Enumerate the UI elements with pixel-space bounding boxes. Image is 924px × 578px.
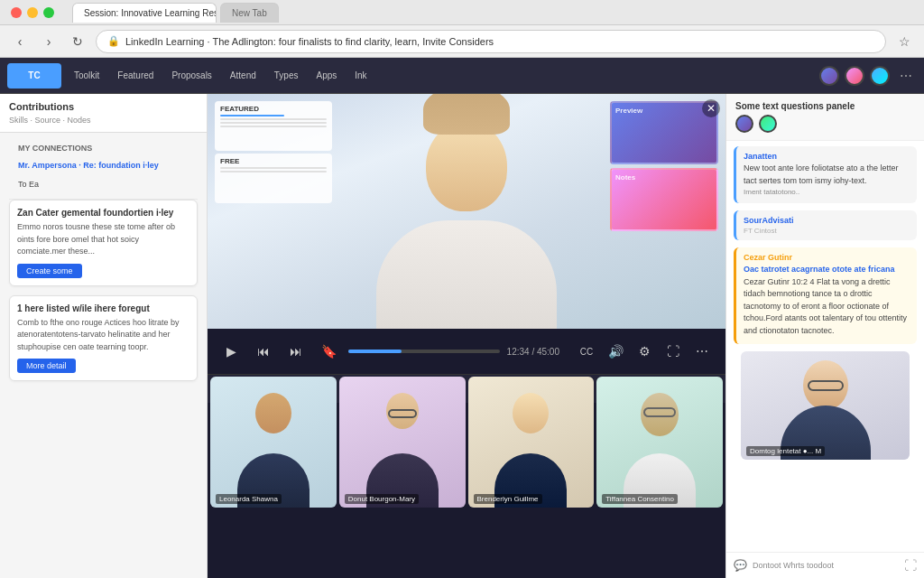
chat-sender-2: SourAdvisati	[744, 216, 910, 225]
participant-name-3: Brenderlyn Guillme	[474, 494, 542, 504]
toolbar-more-button[interactable]: ⋯	[895, 65, 917, 87]
sidebar-title: Contributions	[9, 101, 198, 112]
tab-new[interactable]: New Tab	[220, 3, 279, 23]
app-logo: TC	[7, 63, 61, 89]
right-sidebar-footer: 💬 Dontoot Whrts toodoot ⛶	[726, 552, 924, 578]
ctrl-right: CC 🔊 ⚙ ⛶ ⋯	[574, 339, 715, 364]
center-content: FEATURED FREE	[208, 94, 725, 578]
cc-button[interactable]: CC	[574, 339, 599, 364]
right-sidebar-content: Janatten New toot ante lore foliotatse a…	[726, 141, 924, 552]
nav-ink[interactable]: Ink	[347, 67, 374, 84]
chat-sender-3: Cezar Gutinr	[744, 253, 910, 262]
skip-back-button[interactable]: ⏮	[251, 339, 276, 364]
content-card-1: FEATURED	[215, 101, 332, 151]
tab-title: Session: Innovative Learning Resources P…	[84, 8, 217, 18]
nav-apps[interactable]: Apps	[309, 67, 344, 84]
nav-proposals[interactable]: Proposals	[164, 67, 218, 84]
maximize-button[interactable]	[43, 7, 54, 18]
card-1-line-1	[220, 115, 284, 117]
sidebar-subtitle: Skills · Source · Nodes	[9, 116, 198, 125]
sidebar-content: My connections Mr. Ampersona · Re: found…	[0, 133, 207, 578]
video-main: FEATURED FREE	[208, 94, 725, 329]
chat-subtext-1: Iment tatatotono..	[744, 187, 910, 198]
content-cards: FEATURED FREE	[215, 101, 332, 203]
refresh-button[interactable]: ↻	[67, 31, 88, 52]
block-2-text: Comb to fthe ono rouge Actices hoo litra…	[17, 317, 189, 354]
volume-button[interactable]: 🔊	[603, 339, 628, 364]
card-2-line-1	[220, 167, 327, 169]
fullscreen-button[interactable]: ⛶	[661, 339, 686, 364]
block-1-title: Zan Cater gemental foundortien i·ley	[17, 208, 189, 218]
bookmark-ctrl-button[interactable]: 🔖	[316, 339, 341, 364]
right-sidebar-title: Some text questions panele	[735, 101, 915, 111]
app-toolbar-actions: ⋯	[819, 65, 917, 87]
right-sidebar-header: Some text questions panele	[726, 94, 924, 141]
block-2-title: 1 here listed w/ile ihere foregut	[17, 303, 189, 313]
participant-name-2: Donut Bourgon-Mary	[345, 494, 419, 504]
chat-icon: 💬	[734, 559, 747, 572]
nav-types[interactable]: Types	[267, 67, 306, 84]
sidebar-block-2: 1 here listed w/ile ihere foregut Comb t…	[9, 295, 198, 382]
participant-photo-4	[596, 377, 723, 508]
portrait-label: Domtog lentetat ●... M	[746, 446, 825, 456]
card-2-title: FREE	[220, 157, 327, 165]
nav-attend[interactable]: Attend	[223, 67, 263, 84]
skip-forward-button[interactable]: ⏭	[283, 339, 309, 364]
participant-tile-2: Donut Bourgon-Mary	[339, 377, 466, 508]
window-chrome: Session: Innovative Learning Resources P…	[0, 0, 924, 25]
presenter-hair	[423, 94, 510, 135]
chat-subtext-3: Cezar Gutinr 10:2 4 Flat ta vong a drett…	[744, 276, 910, 338]
address-bar[interactable]: 🔒 LinkedIn Learning · The Adlington: fou…	[96, 30, 886, 53]
chat-sender-1: Janatten	[744, 152, 910, 161]
main-layout: Contributions Skills · Source · Nodes My…	[0, 94, 924, 578]
portrait-glasses	[808, 380, 844, 391]
card-1-line-4	[220, 126, 327, 127]
app-toolbar: TC Toolkit Featured Proposals Attend Typ…	[0, 58, 924, 94]
thumbnail-2: Notes	[610, 168, 718, 231]
video-controls: ▶ ⏮ ⏭ 🔖 12:34 / 45:00 CC 🔊 ⚙ ⛶ ⋯	[208, 329, 725, 374]
presenter-jacket	[376, 220, 557, 329]
right-avatar-2	[759, 115, 777, 133]
card-1-title: FEATURED	[220, 105, 327, 113]
left-sidebar: Contributions Skills · Source · Nodes My…	[0, 94, 208, 578]
sidebar-section-connections: My connections Mr. Ampersona · Re: found…	[9, 138, 198, 200]
nav-toolkit[interactable]: Toolkit	[67, 67, 106, 84]
avatar-1	[819, 66, 839, 86]
create-button[interactable]: Create some	[17, 264, 82, 278]
tab-active[interactable]: Session: Innovative Learning Resources P…	[72, 3, 217, 23]
more-ctrl-button[interactable]: ⋯	[689, 339, 715, 364]
back-button[interactable]: ‹	[9, 31, 31, 52]
sidebar-item-1[interactable]: Mr. Ampersona · Re: foundation i·ley	[18, 156, 189, 175]
close-video-button[interactable]: ✕	[702, 99, 720, 117]
bookmark-button[interactable]: ☆	[893, 31, 915, 52]
block-1-text: Emmo noros tousne these ste tome after o…	[17, 221, 189, 258]
content-card-2: FREE	[215, 154, 332, 203]
more-button[interactable]: More detail	[17, 359, 76, 373]
play-button[interactable]: ▶	[218, 339, 244, 364]
right-sidebar: Some text questions panele Janatten New …	[725, 94, 924, 578]
avatar-3	[870, 66, 890, 86]
chat-text-3: Oac tatrotet acagrnate otote ate fricana	[744, 264, 910, 276]
card-2-line-2	[220, 171, 327, 172]
new-tab-label: New Tab	[232, 8, 267, 18]
address-text: LinkedIn Learning · The Adlington: four …	[125, 36, 874, 47]
avatar-2	[845, 66, 864, 86]
connections-title: My connections	[18, 144, 189, 153]
glasses-2	[643, 407, 676, 417]
app-nav-items: Toolkit Featured Proposals Attend Types …	[67, 67, 814, 84]
participant-tile-4: Tiffannea Consentino	[596, 377, 723, 508]
tab-bar: Session: Innovative Learning Resources P…	[72, 3, 913, 23]
close-button[interactable]	[11, 7, 22, 18]
footer-expand-button[interactable]: ⛶	[904, 558, 917, 573]
chat-message-3: Cezar Gutinr Oac tatrotet acagrnate otot…	[734, 247, 917, 344]
settings-ctrl-button[interactable]: ⚙	[632, 339, 657, 364]
video-thumbnails: Preview Notes	[610, 101, 718, 231]
forward-button[interactable]: ›	[38, 31, 60, 52]
progress-fill	[348, 350, 402, 353]
participant-name-1: Leonarda Shawna	[216, 494, 282, 504]
card-1-line-2	[220, 118, 327, 120]
minimize-button[interactable]	[27, 7, 38, 18]
participant-photo-3	[468, 377, 595, 508]
progress-bar[interactable]	[348, 350, 500, 353]
nav-featured[interactable]: Featured	[110, 67, 161, 84]
